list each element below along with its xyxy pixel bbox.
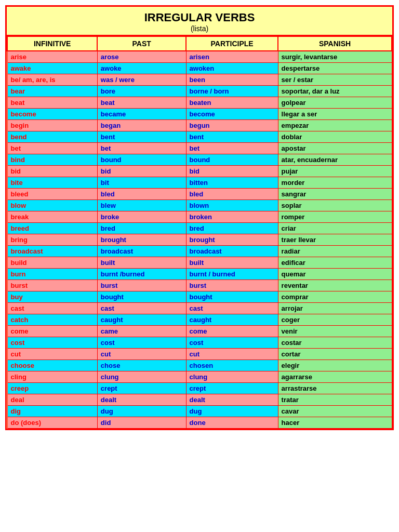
- table-row: buildbuiltbuiltedificar: [7, 257, 392, 269]
- table-row: bleedbledbledsangrar: [7, 189, 392, 200]
- table-row: bringbroughtbroughttraer llevar: [7, 234, 392, 246]
- table-cell: bled: [97, 189, 186, 200]
- table-row: bitebitbittenmorder: [7, 177, 392, 189]
- table-cell: bore: [97, 86, 186, 97]
- table-row: comecamecomevenir: [7, 326, 392, 337]
- table-row: clingclungclungagarrarse: [7, 371, 392, 383]
- table-cell: cling: [7, 371, 97, 383]
- table-cell: beat: [97, 97, 186, 109]
- table-cell: come: [186, 326, 278, 337]
- table-cell: venir: [278, 326, 392, 337]
- table-cell: broadcast: [186, 246, 278, 257]
- table-cell: beat: [7, 97, 97, 109]
- table-cell: cost: [186, 337, 278, 349]
- table-cell: cortar: [278, 349, 392, 360]
- table-cell: bite: [7, 177, 97, 189]
- table-cell: chose: [97, 360, 186, 371]
- table-cell: deal: [7, 394, 97, 406]
- table-cell: caught: [97, 314, 186, 326]
- table-cell: bet: [97, 143, 186, 154]
- table-row: bearboreborne / bornsoportar, dar a luz: [7, 86, 392, 97]
- table-cell: build: [7, 257, 97, 269]
- table-cell: came: [97, 326, 186, 337]
- table-cell: hacer: [278, 417, 392, 429]
- table-cell: bend: [7, 131, 97, 143]
- table-cell: blew: [97, 200, 186, 211]
- table-cell: elegir: [278, 360, 392, 371]
- table-row: creepcreptcreptarrastrarse: [7, 383, 392, 394]
- table-cell: apostar: [278, 143, 392, 154]
- table-cell: bet: [7, 143, 97, 154]
- table-cell: surgir, levantarse: [278, 51, 392, 63]
- table-cell: bent: [186, 131, 278, 143]
- table-cell: cut: [7, 349, 97, 360]
- table-cell: break: [7, 211, 97, 223]
- table-cell: bitten: [186, 177, 278, 189]
- table-cell: edificar: [278, 257, 392, 269]
- main-title: IRREGULAR VERBS: [9, 11, 390, 24]
- table-cell: bled: [186, 189, 278, 200]
- table-cell: bring: [7, 234, 97, 246]
- table-cell: choose: [7, 360, 97, 371]
- table-cell: broke: [97, 211, 186, 223]
- table-cell: arise: [7, 51, 97, 63]
- table-row: bidbidbidpujar: [7, 166, 392, 177]
- table-cell: bought: [186, 291, 278, 303]
- table-row: costcostcostcostar: [7, 337, 392, 349]
- table-row: do (does)diddonehacer: [7, 417, 392, 429]
- table-cell: cavar: [278, 406, 392, 417]
- table-row: castcastcastarrojar: [7, 303, 392, 314]
- table-cell: bid: [186, 166, 278, 177]
- table-cell: arose: [97, 51, 186, 63]
- table-cell: bred: [97, 223, 186, 234]
- table-cell: bleed: [7, 189, 97, 200]
- table-cell: soportar, dar a luz: [278, 86, 392, 97]
- table-cell: comprar: [278, 291, 392, 303]
- table-cell: bid: [97, 166, 186, 177]
- table-cell: buy: [7, 291, 97, 303]
- table-cell: bit: [97, 177, 186, 189]
- table-cell: became: [97, 109, 186, 120]
- table-cell: bet: [186, 143, 278, 154]
- table-row: cutcutcutcortar: [7, 349, 392, 360]
- table-cell: breed: [7, 223, 97, 234]
- table-row: betbetbetapostar: [7, 143, 392, 154]
- table-cell: caught: [186, 314, 278, 326]
- table-cell: morder: [278, 177, 392, 189]
- table-cell: arrojar: [278, 303, 392, 314]
- subtitle: (lista): [9, 24, 390, 33]
- table-cell: sangrar: [278, 189, 392, 200]
- table-cell: catch: [7, 314, 97, 326]
- table-cell: reventar: [278, 280, 392, 291]
- table-cell: dealt: [186, 394, 278, 406]
- table-cell: traer llevar: [278, 234, 392, 246]
- table-cell: cast: [97, 303, 186, 314]
- table-cell: was / were: [97, 74, 186, 86]
- table-row: awakeawokeawokendespertarse: [7, 63, 392, 74]
- table-cell: llegar a ser: [278, 109, 392, 120]
- table-cell: broadcast: [97, 246, 186, 257]
- table-cell: come: [7, 326, 97, 337]
- table-cell: awoke: [97, 63, 186, 74]
- table-cell: bind: [7, 154, 97, 166]
- table-cell: cut: [186, 349, 278, 360]
- table-cell: bid: [7, 166, 97, 177]
- table-cell: despertarse: [278, 63, 392, 74]
- table-cell: been: [186, 74, 278, 86]
- table-cell: burnt / burned: [186, 269, 278, 280]
- table-row: burstburstburstreventar: [7, 280, 392, 291]
- table-cell: clung: [186, 371, 278, 383]
- table-cell: began: [97, 120, 186, 131]
- table-cell: built: [97, 257, 186, 269]
- table-row: buyboughtboughtcomprar: [7, 291, 392, 303]
- table-cell: arrastrarse: [278, 383, 392, 394]
- table-cell: romper: [278, 211, 392, 223]
- table-cell: burnt /burned: [97, 269, 186, 280]
- table-row: bendbentbentdoblar: [7, 131, 392, 143]
- table-cell: pujar: [278, 166, 392, 177]
- table-cell: dug: [97, 406, 186, 417]
- table-row: dealdealtdealttratar: [7, 394, 392, 406]
- table-row: beginbeganbegunempezar: [7, 120, 392, 131]
- table-cell: crept: [186, 383, 278, 394]
- header-spanish: SPANISH: [278, 36, 392, 51]
